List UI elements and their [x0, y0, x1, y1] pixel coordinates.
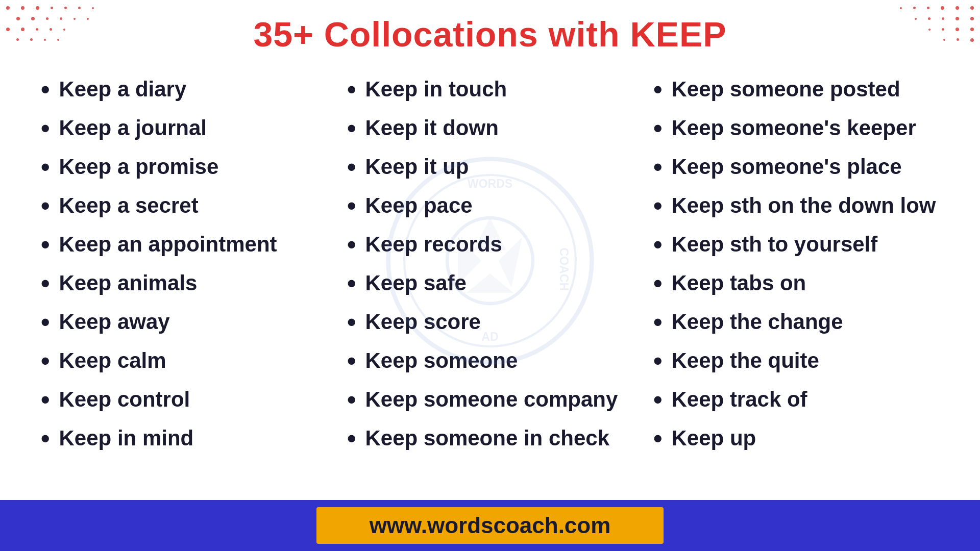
footer-banner: www.wordscoach.com: [316, 507, 664, 544]
list-item: Keep a diary: [41, 74, 327, 104]
column-1: Keep a diaryKeep a journalKeep a promise…: [41, 74, 327, 462]
list-item: Keep track of: [653, 385, 939, 414]
list-item: Keep a promise: [41, 152, 327, 182]
list-item: Keep animals: [41, 268, 327, 298]
list-item: Keep score: [347, 307, 633, 337]
list-item: Keep the change: [653, 307, 939, 337]
list-col3: Keep someone postedKeep someone's keeper…: [653, 74, 939, 453]
list-item: Keep in touch: [347, 74, 633, 104]
decorative-dots-top-right: [900, 6, 974, 42]
list-item: Keep sth on the down low: [653, 191, 939, 220]
list-col2: Keep in touchKeep it downKeep it upKeep …: [347, 74, 633, 453]
website-url: www.wordscoach.com: [370, 513, 611, 538]
footer-bar: www.wordscoach.com: [0, 500, 980, 551]
list-col1: Keep a diaryKeep a journalKeep a promise…: [41, 74, 327, 453]
list-item: Keep safe: [347, 268, 633, 298]
list-item: Keep control: [41, 385, 327, 414]
list-item: Keep the quite: [653, 346, 939, 375]
list-item: Keep an appointment: [41, 230, 327, 259]
list-item: Keep someone's place: [653, 152, 939, 182]
list-item: Keep someone posted: [653, 74, 939, 104]
column-3: Keep someone postedKeep someone's keeper…: [653, 74, 939, 462]
list-item: Keep tabs on: [653, 268, 939, 298]
list-item: Keep a journal: [41, 113, 327, 143]
page-header: 35+ Collocations with KEEP: [0, 0, 980, 59]
decorative-dots-top-left: [6, 6, 94, 41]
list-item: Keep away: [41, 307, 327, 337]
main-content: WORDS COACH AD Keep a diaryKeep a journa…: [0, 59, 980, 462]
list-item: Keep someone: [347, 346, 633, 375]
list-item: Keep someone company: [347, 385, 633, 414]
list-item: Keep someone's keeper: [653, 113, 939, 143]
list-item: Keep in mind: [41, 423, 327, 453]
list-item: Keep pace: [347, 191, 633, 220]
list-item: Keep someone in check: [347, 423, 633, 453]
list-item: Keep records: [347, 230, 633, 259]
list-item: Keep a secret: [41, 191, 327, 220]
column-2: Keep in touchKeep it downKeep it upKeep …: [347, 74, 633, 462]
list-item: Keep up: [653, 423, 939, 453]
list-item: Keep sth to yourself: [653, 230, 939, 259]
list-item: Keep it down: [347, 113, 633, 143]
list-item: Keep calm: [41, 346, 327, 375]
list-item: Keep it up: [347, 152, 633, 182]
page-title: 35+ Collocations with KEEP: [0, 14, 980, 54]
